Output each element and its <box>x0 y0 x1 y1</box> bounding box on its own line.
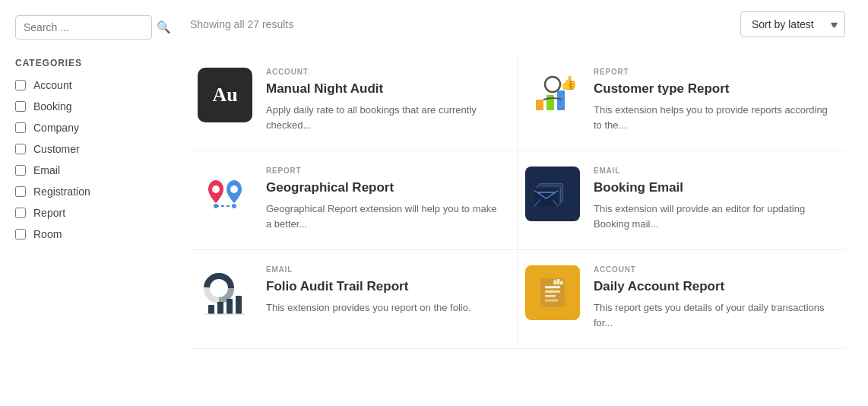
category-item-customer[interactable]: Customer <box>15 143 152 155</box>
category-checkbox-company[interactable] <box>15 122 26 133</box>
svg-rect-29 <box>545 295 556 297</box>
svg-rect-31 <box>553 281 556 285</box>
plugin-category-geographical-report: REPORT <box>266 167 502 175</box>
category-label-registration: Registration <box>33 186 90 198</box>
results-count: Showing all 27 results <box>190 18 293 30</box>
plugin-card-folio-audit-trail[interactable]: EMAILFolio Audit Trail ReportThis extens… <box>190 250 518 349</box>
plugin-icon-email <box>525 167 580 221</box>
plugin-info-daily-account-report: ACCOUNTDaily Account ReportThis report g… <box>594 265 830 330</box>
plugin-icon-customer: 👍 <box>525 68 580 122</box>
sort-select[interactable]: Sort by latestSort by oldestSort by name <box>740 11 845 37</box>
svg-rect-22 <box>227 299 233 314</box>
plugin-info-geographical-report: REPORTGeographical ReportGeographical Re… <box>266 167 502 231</box>
category-item-booking[interactable]: Booking <box>15 100 152 113</box>
plugin-card-customer-type-report[interactable]: 👍 REPORTCustomer type ReportThis extensi… <box>518 52 845 151</box>
svg-rect-13 <box>538 192 556 193</box>
plugin-info-booking-email: EMAILBooking EmailThis extension will pr… <box>594 167 830 231</box>
plugin-desc-daily-account-report: This report gets you details of your dai… <box>594 300 830 330</box>
category-checkbox-room[interactable] <box>15 229 26 239</box>
svg-rect-27 <box>545 287 560 289</box>
svg-rect-2 <box>546 95 554 110</box>
search-box: 🔍 <box>15 15 152 40</box>
main-content: Showing all 27 results Sort by latestSor… <box>167 0 868 406</box>
svg-point-7 <box>232 204 236 208</box>
sidebar: 🔍 CATEGORIES AccountBookingCompanyCustom… <box>0 0 167 406</box>
plugin-card-daily-account-report[interactable]: ACCOUNTDaily Account ReportThis report g… <box>518 250 845 349</box>
plugin-grid: AuACCOUNTManual Night AuditApply daily r… <box>190 52 845 349</box>
plugin-card-manual-night-audit[interactable]: AuACCOUNTManual Night AuditApply daily r… <box>190 52 518 151</box>
plugin-card-geographical-report[interactable]: REPORTGeographical ReportGeographical Re… <box>190 151 518 250</box>
svg-point-19 <box>214 283 224 293</box>
svg-rect-28 <box>545 290 560 293</box>
category-item-report[interactable]: Report <box>15 207 152 219</box>
plugin-desc-geographical-report: Geographical Report extension will help … <box>266 201 502 231</box>
plugin-category-customer-type-report: REPORT <box>594 68 830 76</box>
plugin-name-booking-email: Booking Email <box>594 179 830 196</box>
plugin-icon-geo <box>198 167 252 221</box>
sort-wrapper: Sort by latestSort by oldestSort by name… <box>740 11 845 37</box>
svg-rect-12 <box>534 189 559 207</box>
plugin-desc-customer-type-report: This extension helps you to provide repo… <box>594 103 830 132</box>
svg-point-6 <box>214 204 218 208</box>
svg-text:👍: 👍 <box>560 75 577 91</box>
svg-rect-21 <box>217 302 223 314</box>
au-text: Au <box>212 84 237 106</box>
svg-rect-32 <box>557 279 560 284</box>
svg-rect-23 <box>236 296 242 314</box>
svg-point-8 <box>212 186 220 193</box>
svg-point-9 <box>230 186 238 193</box>
categories-title: CATEGORIES <box>15 58 152 68</box>
svg-rect-1 <box>536 100 543 110</box>
plugin-card-booking-email[interactable]: EMAILBooking EmailThis extension will pr… <box>518 151 845 250</box>
plugin-category-daily-account-report: ACCOUNT <box>594 265 830 274</box>
category-label-email: Email <box>33 164 60 176</box>
plugin-name-daily-account-report: Daily Account Report <box>594 278 830 295</box>
category-label-company: Company <box>33 122 79 134</box>
plugin-icon-daily <box>525 265 580 320</box>
plugin-icon-folio <box>198 265 252 320</box>
category-item-room[interactable]: Room <box>15 228 152 240</box>
search-input[interactable] <box>24 21 157 33</box>
category-checkbox-report[interactable] <box>15 208 26 218</box>
category-label-report: Report <box>33 207 65 219</box>
category-item-company[interactable]: Company <box>15 122 152 134</box>
category-item-email[interactable]: Email <box>15 164 152 176</box>
category-label-room: Room <box>33 228 62 240</box>
category-checkbox-account[interactable] <box>15 80 26 90</box>
svg-rect-3 <box>557 90 565 110</box>
plugin-category-manual-night-audit: ACCOUNT <box>266 68 502 76</box>
plugin-name-geographical-report: Geographical Report <box>266 179 502 196</box>
plugin-category-folio-audit-trail: EMAIL <box>266 265 502 274</box>
plugin-desc-manual-night-audit: Apply daily rate to all bookings that ar… <box>266 103 502 132</box>
plugin-name-manual-night-audit: Manual Night Audit <box>266 81 502 97</box>
category-item-registration[interactable]: Registration <box>15 186 152 198</box>
plugin-info-customer-type-report: REPORTCustomer type ReportThis extension… <box>594 68 830 132</box>
category-item-account[interactable]: Account <box>15 79 152 91</box>
category-label-booking: Booking <box>33 100 72 113</box>
svg-point-0 <box>545 77 560 92</box>
plugin-desc-booking-email: This extension will provide an editor fo… <box>594 201 830 231</box>
category-checkbox-email[interactable] <box>15 165 26 176</box>
svg-rect-33 <box>560 281 563 284</box>
svg-rect-30 <box>545 300 558 302</box>
plugin-info-folio-audit-trail: EMAILFolio Audit Trail ReportThis extens… <box>266 265 502 316</box>
plugin-name-customer-type-report: Customer type Report <box>594 81 830 97</box>
category-list: AccountBookingCompanyCustomerEmailRegist… <box>15 79 152 240</box>
category-label-account: Account <box>33 79 72 91</box>
category-label-customer: Customer <box>33 143 80 155</box>
plugin-category-booking-email: EMAIL <box>594 167 830 175</box>
plugin-info-manual-night-audit: ACCOUNTManual Night AuditApply daily rat… <box>266 68 502 132</box>
category-checkbox-registration[interactable] <box>15 186 26 197</box>
category-checkbox-customer[interactable] <box>15 144 26 154</box>
plugin-name-folio-audit-trail: Folio Audit Trail Report <box>266 278 502 295</box>
top-bar: Showing all 27 results Sort by latestSor… <box>190 11 845 37</box>
svg-rect-20 <box>208 305 214 314</box>
plugin-icon-au: Au <box>198 68 252 122</box>
plugin-desc-folio-audit-trail: This extension provides you report on th… <box>266 300 502 316</box>
category-checkbox-booking[interactable] <box>15 101 26 112</box>
